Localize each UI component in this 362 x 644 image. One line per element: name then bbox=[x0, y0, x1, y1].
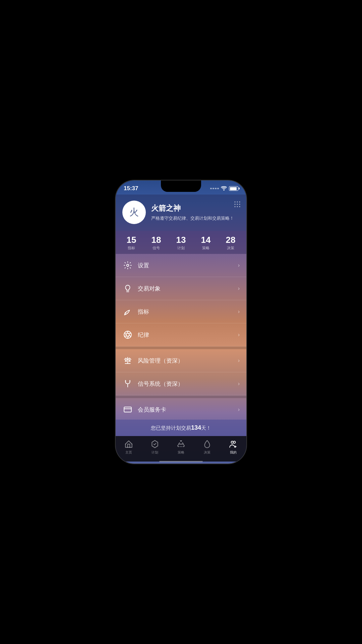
avatar-text: 火 bbox=[129, 206, 139, 219]
tab-bar: 主页 计划 bbox=[116, 436, 246, 462]
section-divider-1 bbox=[116, 346, 246, 349]
stat-decisions-number: 28 bbox=[226, 235, 236, 244]
card-icon bbox=[122, 404, 133, 415]
svg-point-10 bbox=[127, 264, 129, 267]
menu-label-membership: 会员服务卡 bbox=[138, 406, 238, 414]
phone-frame: 15:37 bbox=[116, 180, 246, 464]
signal-icon bbox=[210, 188, 219, 189]
stats-row: 15 指标 18 信号 13 计划 14 策略 28 决策 bbox=[116, 231, 246, 254]
svg-rect-22 bbox=[124, 407, 131, 412]
chevron-right-icon: › bbox=[238, 262, 240, 268]
stat-indicators-number: 15 bbox=[127, 235, 136, 244]
tab-plan[interactable]: 计划 bbox=[142, 439, 168, 455]
stat-strategies[interactable]: 14 策略 bbox=[193, 235, 218, 251]
svg-point-0 bbox=[224, 190, 224, 191]
stat-strategies-label: 策略 bbox=[202, 246, 209, 251]
plan-icon bbox=[150, 439, 160, 449]
stat-decisions[interactable]: 28 决策 bbox=[218, 235, 243, 251]
stat-decisions-label: 决策 bbox=[227, 246, 234, 251]
tab-mine[interactable]: 我的 bbox=[220, 439, 246, 455]
tab-strategy-label: 策略 bbox=[178, 450, 184, 455]
svg-point-2 bbox=[237, 202, 238, 203]
tab-mine-label: 我的 bbox=[230, 450, 237, 455]
svg-point-3 bbox=[239, 202, 240, 203]
footer-banner: 您已坚持计划交易134天！ bbox=[116, 420, 246, 436]
profile-info: 火箭之神 严格遵守交易纪律、交易计划和交易策略！ bbox=[151, 203, 240, 221]
menu-item-signal-system[interactable]: 信号系统（资深） › bbox=[116, 372, 246, 395]
menu-label-trading-target: 交易对象 bbox=[138, 285, 238, 292]
footer-highlight: 134 bbox=[191, 424, 201, 431]
chevron-right-icon: › bbox=[238, 381, 240, 387]
aperture-icon bbox=[122, 329, 133, 340]
chevron-right-icon: › bbox=[238, 309, 240, 315]
section-divider-2 bbox=[116, 395, 246, 398]
svg-point-1 bbox=[235, 202, 236, 203]
avatar: 火 bbox=[122, 201, 146, 224]
bulb-icon bbox=[122, 283, 133, 294]
menu-item-discipline[interactable]: 纪律 › bbox=[116, 323, 246, 346]
menu-item-settings[interactable]: 设置 › bbox=[116, 254, 246, 277]
scale-icon bbox=[122, 355, 133, 366]
stat-strategies-number: 14 bbox=[201, 235, 211, 244]
stat-signals[interactable]: 18 信号 bbox=[144, 235, 169, 251]
footer-suffix: 天！ bbox=[201, 425, 211, 431]
home-indicator-bar bbox=[159, 461, 203, 462]
menu-label-settings: 设置 bbox=[138, 262, 238, 269]
tab-plan-label: 计划 bbox=[152, 450, 158, 455]
home-icon bbox=[124, 439, 133, 449]
menu-label-indicators: 指标 bbox=[138, 308, 238, 316]
svg-point-26 bbox=[233, 441, 236, 443]
menu-item-membership[interactable]: 会员服务卡 › bbox=[116, 398, 246, 420]
gear-icon bbox=[122, 260, 133, 271]
menu-section-2: 风险管理（资深） › 信号系统（资深） › bbox=[116, 349, 246, 395]
stat-signals-label: 信号 bbox=[153, 246, 160, 251]
dot-grid-icon[interactable] bbox=[234, 201, 241, 210]
tab-strategy[interactable]: 策略 bbox=[168, 439, 194, 455]
svg-point-8 bbox=[237, 206, 238, 207]
recycle-icon bbox=[176, 439, 186, 449]
tab-decision[interactable]: 决策 bbox=[194, 439, 220, 455]
svg-point-6 bbox=[239, 204, 240, 205]
profile-header: 火 火箭之神 严格遵守交易纪律、交易计划和交易策略！ bbox=[116, 195, 246, 231]
notch bbox=[161, 180, 201, 192]
status-time: 15:37 bbox=[124, 185, 138, 192]
home-indicator bbox=[116, 462, 246, 464]
stat-plans[interactable]: 13 计划 bbox=[169, 235, 193, 251]
chevron-right-icon: › bbox=[238, 407, 240, 413]
footer-prefix: 您已坚持计划交易 bbox=[151, 425, 191, 431]
menu-label-risk-management: 风险管理（资深） bbox=[138, 357, 238, 365]
menu-section-1: 设置 › 交易对象 › bbox=[116, 254, 246, 346]
profile-description: 严格遵守交易纪律、交易计划和交易策略！ bbox=[151, 215, 240, 221]
menu-label-discipline: 纪律 bbox=[138, 331, 238, 339]
menu-item-trading-target[interactable]: 交易对象 › bbox=[116, 277, 246, 300]
stat-indicators-label: 指标 bbox=[128, 246, 135, 251]
stat-signals-number: 18 bbox=[152, 235, 161, 244]
menu-label-signal-system: 信号系统（资深） bbox=[138, 380, 238, 388]
tab-home[interactable]: 主页 bbox=[116, 439, 142, 455]
svg-point-7 bbox=[235, 206, 236, 207]
profile-name: 火箭之神 bbox=[151, 203, 240, 213]
wifi-icon bbox=[221, 186, 227, 192]
fork-icon bbox=[122, 378, 133, 389]
status-icons bbox=[210, 186, 238, 192]
footer-banner-text: 您已坚持计划交易134天！ bbox=[120, 424, 242, 431]
leaf-icon bbox=[122, 306, 133, 317]
person-icon bbox=[229, 439, 238, 449]
tab-decision-label: 决策 bbox=[204, 450, 210, 455]
battery-icon bbox=[229, 186, 238, 191]
menu-section-3: 会员服务卡 › 关于银环蛇 › bbox=[116, 398, 246, 420]
chevron-right-icon: › bbox=[238, 358, 240, 364]
menu-list: 设置 › 交易对象 › bbox=[116, 254, 246, 420]
svg-point-5 bbox=[237, 204, 238, 205]
phone-screen: 15:37 bbox=[116, 180, 246, 464]
chevron-right-icon: › bbox=[238, 285, 240, 291]
menu-item-indicators[interactable]: 指标 › bbox=[116, 300, 246, 323]
menu-item-risk-management[interactable]: 风险管理（资深） › bbox=[116, 349, 246, 372]
chevron-right-icon: › bbox=[238, 332, 240, 338]
svg-point-4 bbox=[235, 204, 236, 205]
stat-plans-number: 13 bbox=[176, 235, 186, 244]
tab-home-label: 主页 bbox=[125, 450, 132, 455]
stat-plans-label: 计划 bbox=[177, 246, 185, 251]
stat-indicators[interactable]: 15 指标 bbox=[119, 235, 144, 251]
drop-icon bbox=[202, 439, 212, 449]
